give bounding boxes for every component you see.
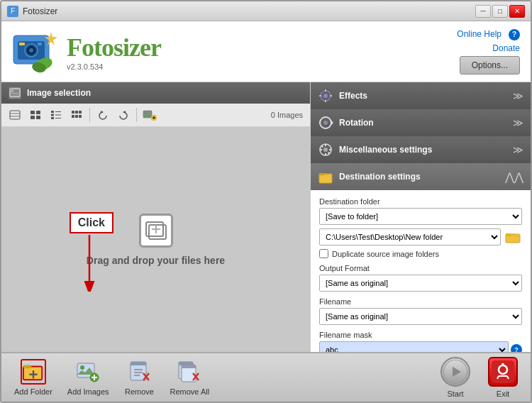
output-format-select[interactable]: [Same as original] bbox=[319, 275, 522, 292]
filename-select[interactable]: [Same as original] bbox=[319, 308, 522, 325]
filename-mask-info-icon[interactable]: ? bbox=[511, 344, 522, 352]
right-panel-scroll[interactable]: Effects ≫ Rota bbox=[311, 82, 531, 352]
left-panel-title: Image selection bbox=[27, 88, 91, 98]
rotation-section-header[interactable]: Rotation ≫ bbox=[311, 109, 531, 136]
image-selection-icon bbox=[9, 87, 21, 99]
right-panel: Effects ≫ Rota bbox=[310, 82, 531, 352]
remove-label: Remove bbox=[125, 387, 154, 396]
svg-marker-32 bbox=[101, 111, 104, 114]
svg-rect-22 bbox=[51, 117, 54, 119]
remove-all-label: Remove All bbox=[170, 387, 210, 396]
svg-rect-13 bbox=[10, 111, 20, 119]
view-thumbnails-button[interactable] bbox=[67, 106, 86, 123]
svg-line-60 bbox=[321, 145, 323, 147]
add-folder-icon bbox=[21, 359, 46, 385]
misc-section-header[interactable]: Miscellaneous settings ≫ bbox=[311, 136, 531, 163]
svg-point-71 bbox=[80, 365, 84, 370]
donate-link[interactable]: Donate bbox=[492, 43, 520, 53]
svg-rect-67 bbox=[23, 365, 31, 369]
bottom-toolbar: Add Folder Add Images bbox=[1, 352, 531, 402]
filename-mask-label: Filename mask bbox=[319, 331, 522, 339]
left-panel: Image selection bbox=[1, 82, 310, 352]
left-panel-header: Image selection bbox=[1, 82, 310, 104]
effects-icon bbox=[318, 88, 333, 104]
exit-button[interactable]: Exit bbox=[482, 353, 523, 402]
filename-mask-select[interactable]: abc bbox=[319, 341, 509, 352]
browse-folder-button[interactable] bbox=[504, 228, 522, 245]
logo-text: Fotosizer v2.3.0.534 bbox=[67, 33, 161, 71]
view-grid-button[interactable] bbox=[26, 106, 45, 123]
help-icon[interactable]: ? bbox=[509, 29, 520, 40]
logo-icon bbox=[12, 28, 58, 74]
svg-rect-76 bbox=[131, 362, 146, 365]
svg-rect-85 bbox=[182, 365, 196, 368]
svg-rect-31 bbox=[79, 115, 82, 118]
title-bar: F Fotosizer ─ □ ✕ bbox=[1, 1, 531, 21]
dest-settings-content: Destination folder [Save to folder] C:\U… bbox=[311, 190, 531, 352]
path-select[interactable]: C:\Users\Test\Desktop\New folder bbox=[319, 228, 501, 245]
dest-expand-icon: ⋀⋀ bbox=[505, 170, 523, 184]
images-count: 0 Images bbox=[271, 111, 306, 119]
output-format-label: Output Format bbox=[319, 264, 522, 272]
header-logo-area: Fotosizer v2.3.0.534 bbox=[12, 28, 161, 74]
start-label: Start bbox=[447, 390, 463, 398]
svg-point-55 bbox=[323, 148, 328, 152]
svg-rect-19 bbox=[36, 116, 40, 119]
maximize-button[interactable]: □ bbox=[492, 5, 508, 18]
svg-point-4 bbox=[29, 48, 33, 53]
rotation-title: Rotation bbox=[339, 118, 507, 128]
options-button[interactable]: Options... bbox=[460, 56, 520, 74]
start-button[interactable]: Start bbox=[432, 353, 479, 402]
misc-expand-icon: ≫ bbox=[513, 144, 523, 155]
duplicate-checkbox[interactable] bbox=[319, 249, 328, 258]
image-toolbar: 0 Images bbox=[1, 104, 310, 127]
app-version: v2.3.0.534 bbox=[67, 62, 161, 71]
header-right: Online Help ? Donate Options... bbox=[457, 29, 520, 74]
drop-icon bbox=[139, 214, 173, 248]
add-images-label: Add Images bbox=[67, 387, 109, 396]
remove-all-button[interactable]: Remove All bbox=[165, 355, 216, 399]
add-images-button[interactable]: Add Images bbox=[62, 355, 115, 399]
filename-mask-row: abc ? bbox=[319, 341, 522, 352]
remove-button[interactable]: Remove bbox=[118, 355, 161, 399]
svg-rect-21 bbox=[51, 114, 54, 116]
dest-section-header[interactable]: Destination settings ⋀⋀ bbox=[311, 163, 531, 190]
svg-rect-26 bbox=[72, 111, 74, 114]
close-button[interactable]: ✕ bbox=[509, 5, 525, 18]
dest-folder-select[interactable]: [Save to folder] bbox=[319, 208, 522, 225]
svg-point-47 bbox=[323, 94, 328, 98]
duplicate-label: Duplicate source image folders bbox=[332, 250, 439, 258]
add-images-toolbar-button[interactable] bbox=[140, 106, 159, 123]
rotation-expand-icon: ≫ bbox=[513, 117, 523, 128]
svg-rect-5 bbox=[38, 43, 42, 45]
add-folder-button[interactable]: Add Folder bbox=[9, 355, 58, 399]
svg-rect-18 bbox=[31, 116, 35, 119]
drop-area[interactable]: Drag and drop your files here Click bbox=[1, 127, 310, 352]
online-help-link[interactable]: Online Help bbox=[457, 29, 501, 40]
svg-line-61 bbox=[328, 153, 330, 154]
dest-folder-label: Destination folder bbox=[319, 197, 522, 206]
view-list-button[interactable] bbox=[6, 106, 24, 123]
svg-point-53 bbox=[323, 121, 328, 125]
effects-title: Effects bbox=[339, 91, 507, 101]
svg-rect-65 bbox=[506, 233, 511, 236]
view-details-button[interactable] bbox=[47, 106, 65, 123]
click-arrow bbox=[75, 235, 125, 292]
exit-icon bbox=[488, 357, 518, 387]
duplicate-checkbox-row: Duplicate source image folders bbox=[319, 249, 522, 258]
svg-marker-33 bbox=[123, 111, 126, 114]
app-header: Fotosizer v2.3.0.534 Online Help ? Donat… bbox=[1, 21, 531, 82]
app-icon: F bbox=[7, 6, 18, 17]
misc-title: Miscellaneous settings bbox=[339, 145, 507, 155]
window-controls: ─ □ ✕ bbox=[475, 5, 525, 18]
redo-button[interactable] bbox=[114, 106, 133, 123]
path-select-row: C:\Users\Test\Desktop\New folder bbox=[319, 228, 522, 245]
minimize-button[interactable]: ─ bbox=[475, 5, 491, 18]
exit-label: Exit bbox=[497, 390, 509, 398]
toolbar-separator-1 bbox=[89, 108, 90, 122]
undo-button[interactable] bbox=[94, 106, 112, 123]
effects-section-header[interactable]: Effects ≫ bbox=[311, 82, 531, 109]
svg-rect-29 bbox=[72, 115, 74, 118]
add-folder-label: Add Folder bbox=[14, 387, 52, 396]
svg-rect-28 bbox=[79, 111, 82, 114]
